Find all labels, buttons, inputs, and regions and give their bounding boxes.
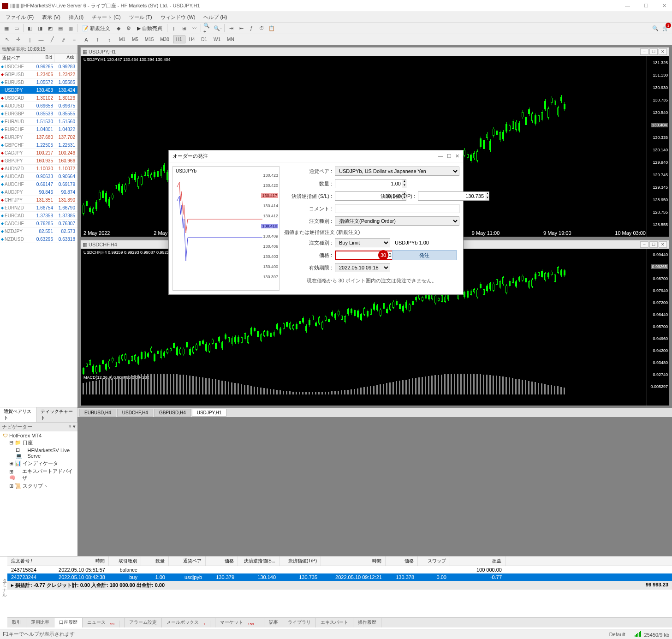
mw-row-eurchf[interactable]: ◆EURCHF1.048011.04822 [0, 125, 77, 133]
periods-icon[interactable]: ⏱ [257, 24, 266, 33]
mw-row-eurgbp[interactable]: ◆EURGBP0.855380.85555 [0, 110, 77, 118]
mw-row-cadchf[interactable]: ◆CADCHF0.762850.76307 [0, 220, 77, 227]
mw-row-eurcad[interactable]: ◆EURCAD1.373581.37385 [0, 212, 77, 220]
text-icon[interactable]: A [81, 35, 91, 44]
channel-icon[interactable]: ⫽ [58, 35, 68, 44]
terminal-tab[interactable]: メールボックス7 [162, 618, 215, 627]
zoom-in-icon[interactable]: 🔍+ [203, 24, 212, 33]
metaeditor-icon[interactable]: ◆ [114, 24, 123, 33]
mw-row-nzdusd[interactable]: ◆NZDUSD0.632950.63318 [0, 235, 77, 243]
maximize-button[interactable]: ☐ [640, 2, 652, 10]
chart2-max[interactable]: ☐ [649, 241, 658, 248]
line-chart-icon[interactable]: 〰 [190, 24, 199, 33]
tf-m30[interactable]: M30 [157, 36, 172, 43]
autotrade-button[interactable]: ▶自動売買 [134, 24, 165, 33]
tf-m5[interactable]: M5 [129, 36, 141, 43]
terminal-tab[interactable]: マーケット159 [215, 618, 264, 627]
pending-type-select[interactable]: Buy Limit [335, 238, 390, 247]
menu-insert[interactable]: 挿入(I) [65, 13, 87, 22]
search-icon[interactable]: 🔍 [651, 24, 660, 33]
market-watch-icon[interactable]: ◧ [25, 24, 35, 33]
mw-row-usdchf[interactable]: ◆USDCHF0.992650.99283 [0, 63, 77, 71]
submit-order-button[interactable]: 発注 [392, 250, 457, 260]
mql-icon[interactable]: 🛒 [661, 24, 670, 33]
chart2-close[interactable]: ✕ [659, 241, 667, 248]
comment-input[interactable] [335, 204, 459, 213]
menu-file[interactable]: ファイル (F) [2, 13, 37, 22]
tf-m1[interactable]: M1 [116, 36, 128, 43]
ordertype-select[interactable]: 指値注文(Pending Order) [335, 216, 459, 226]
terminal-tab[interactable]: 取引 [7, 618, 26, 627]
candle-chart-icon[interactable]: ⊞ [179, 24, 189, 33]
menu-view[interactable]: 表示 (V) [38, 13, 64, 22]
menu-chart[interactable]: チャート (C) [88, 13, 124, 22]
mw-row-euraud[interactable]: ◆EURAUD1.515301.51560 [0, 118, 77, 125]
options-icon[interactable]: ⚙ [124, 24, 133, 33]
mw-row-chfjpy[interactable]: ◆CHFJPY131.351131.390 [0, 196, 77, 204]
chart-tab-eurusd[interactable]: EURUSD,H4 [79, 409, 116, 417]
data-window-icon[interactable]: ◨ [36, 24, 45, 33]
tf-w1[interactable]: W1 [211, 36, 223, 43]
mw-row-audjpy[interactable]: ◆AUDJPY90.84690.874 [0, 188, 77, 196]
tf-m15[interactable]: M15 [142, 36, 156, 43]
mw-tab-symbols[interactable]: 通貨ペアリスト [0, 407, 37, 422]
mw-row-eurjpy[interactable]: ◆EURJPY137.680137.702 [0, 133, 77, 141]
text-label-icon[interactable]: T [92, 35, 102, 44]
new-order-button[interactable]: 📝新規注文 [79, 24, 113, 33]
tf-d1[interactable]: D1 [198, 36, 210, 43]
trendline-icon[interactable]: ╱ [47, 35, 57, 44]
mw-row-eurusd[interactable]: ◆EURUSD1.055721.05585 [0, 78, 77, 86]
indicators-icon[interactable]: ƒ [247, 24, 256, 33]
dialog-max[interactable]: ☐ [447, 153, 452, 159]
mw-row-gbpusd[interactable]: ◆GBPUSD1.234061.23422 [0, 71, 77, 78]
close-button[interactable]: ✕ [659, 2, 670, 10]
tf-h4[interactable]: H4 [186, 36, 198, 43]
templates-icon[interactable]: 📋 [267, 24, 276, 33]
fibo-icon[interactable]: ≡ [69, 35, 79, 44]
crosshair-icon[interactable]: ✛ [13, 35, 23, 44]
nav-experts[interactable]: ⊞ 🧠 エキスパートアドバイザ [1, 467, 77, 482]
terminal-row[interactable]: 2437158242022.05.10 05:51:57balance100 0… [7, 566, 672, 573]
zoom-out-icon[interactable]: 🔍- [213, 24, 222, 33]
minimize-button[interactable]: — [621, 2, 634, 10]
tf-mn[interactable]: MN [224, 36, 237, 43]
chart1-min[interactable]: – [640, 48, 648, 55]
mw-row-nzdjpy[interactable]: ◆NZDJPY82.55182.573 [0, 227, 77, 235]
autoscroll-icon[interactable]: ⇥ [226, 24, 236, 33]
nav-root[interactable]: 🛡HotForex MT4 [1, 432, 77, 439]
hline-icon[interactable]: — [36, 35, 46, 44]
cursor-icon[interactable]: ↖ [2, 35, 12, 44]
volume-input[interactable] [335, 179, 403, 188]
menu-help[interactable]: ヘルプ (H) [200, 13, 231, 22]
chart-shift-icon[interactable]: ⇤ [237, 24, 246, 33]
pair-select[interactable]: USDJPYb, US Dollar vs Japanese Yen [335, 167, 459, 176]
bar-chart-icon[interactable]: ⫿ [169, 24, 178, 33]
nav-server[interactable]: ⊟ 💻 HFMarketsSV-Live Serve [1, 447, 77, 460]
tester-icon[interactable]: ▥ [66, 24, 75, 33]
profiles-icon[interactable]: ▭ [12, 24, 21, 33]
terminal-tab[interactable]: 口座履歴 [54, 618, 83, 627]
mw-row-audcad[interactable]: ◆AUDCAD0.906330.90664 [0, 173, 77, 180]
dialog-min[interactable]: — [438, 153, 443, 159]
mw-row-audchf[interactable]: ◆AUDCHF0.691470.69179 [0, 180, 77, 188]
nav-accounts[interactable]: ⊟ 📁 口座 [1, 439, 77, 447]
chart1-max[interactable]: ☐ [649, 48, 658, 55]
new-chart-icon[interactable]: ▦ [2, 24, 11, 33]
chart-tab-gbpusd[interactable]: GBPUSD,H4 [154, 409, 191, 417]
mw-row-cadjpy[interactable]: ◆CADJPY100.217100.246 [0, 149, 77, 157]
tp-input[interactable] [418, 191, 486, 201]
mw-tab-tick[interactable]: ティックチャート [37, 407, 77, 422]
expiry-input[interactable]: 2022.05.10 09:18 [335, 263, 390, 272]
chart2-min[interactable]: – [640, 241, 648, 248]
chart1-close[interactable]: ✕ [659, 48, 667, 55]
terminal-tab[interactable]: ライブラリ [283, 618, 316, 627]
chart-tab-usdjpy[interactable]: USDJPY,H1 [192, 409, 227, 417]
terminal-tab[interactable]: 操作履歴 [353, 618, 381, 627]
menu-tools[interactable]: ツール (T) [125, 13, 156, 22]
terminal-tab[interactable]: アラーム設定 [125, 618, 162, 627]
mw-row-usdcad[interactable]: ◆USDCAD1.301021.30126 [0, 94, 77, 102]
navigator-icon[interactable]: ◩ [46, 24, 55, 33]
terminal-icon[interactable]: ▤ [56, 24, 65, 33]
terminal-tab[interactable]: 記事 [264, 618, 283, 627]
nav-indicators[interactable]: ⊞ 📊 インディケータ [1, 460, 77, 467]
